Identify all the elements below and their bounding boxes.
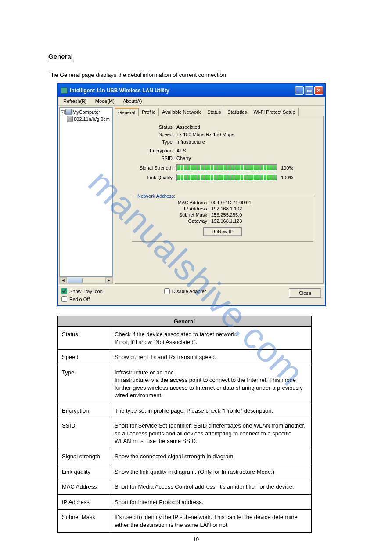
- minimize-icon: _: [298, 87, 301, 94]
- table-cell-value: Check if the device associated to target…: [110, 327, 312, 350]
- close-icon: ✕: [316, 87, 321, 94]
- table-row: Signal strengthShow the connected signal…: [58, 449, 312, 464]
- window-title: Intelligent 11n USB Wireless LAN Utility: [70, 87, 295, 94]
- page-number: 19: [0, 537, 392, 543]
- subnet-label: Subnet Mask:: [137, 212, 211, 218]
- table-cell-key: Link quality: [58, 464, 110, 479]
- speed-label: Speed:: [119, 132, 176, 137]
- doc-table: General StatusCheck if the device associ…: [57, 316, 312, 533]
- tab-profile[interactable]: Profile: [138, 108, 159, 116]
- table-cell-value: Short for Service Set Identifier. SSID d…: [110, 418, 312, 449]
- tree-root-label[interactable]: MyComputer: [72, 109, 100, 115]
- show-tray-checkbox[interactable]: Show Tray Icon: [61, 288, 103, 294]
- table-cell-value: Short for Internet Protocol address.: [110, 494, 312, 510]
- radio-off-label: Radio Off: [69, 297, 90, 302]
- table-cell-value: Short for Media Access Control address. …: [110, 479, 312, 495]
- radio-off-input[interactable]: [61, 296, 67, 302]
- signal-strength-bar: [176, 164, 277, 171]
- table-cell-value: It's used to identify the IP sub-network…: [110, 510, 312, 533]
- table-cell-value: The type set in profile page. Please che…: [110, 403, 312, 418]
- table-row: SSIDShort for Service Set Identifier. SS…: [58, 418, 312, 449]
- table-cell-key: Subnet Mask: [58, 510, 110, 533]
- app-icon: [61, 87, 67, 94]
- tab-status[interactable]: Status: [204, 108, 224, 116]
- show-tray-input[interactable]: [61, 288, 67, 294]
- disable-adapter-label: Disable Adapter: [172, 289, 206, 294]
- tree-toggle-icon[interactable]: -: [61, 110, 65, 114]
- tab-general[interactable]: General: [115, 108, 139, 116]
- link-quality-bar: [176, 174, 277, 181]
- table-cell-key: Status: [58, 327, 110, 350]
- tab-statistics[interactable]: Statistics: [224, 108, 250, 116]
- table-row: TypeInfrastructure or ad hoc.Infrastruct…: [58, 365, 312, 403]
- close-button[interactable]: Close: [289, 288, 321, 298]
- link-quality-label: Link Quality:: [119, 175, 176, 180]
- app-window: Intelligent 11n USB Wireless LAN Utility…: [57, 83, 326, 306]
- device-tree[interactable]: - MyComputer 802.11n/b/g 2cm: [59, 107, 113, 277]
- subnet-value: 255.255.255.0: [211, 212, 242, 218]
- mac-label: MAC Address:: [137, 200, 211, 205]
- disable-adapter-checkbox[interactable]: Disable Adapter: [164, 288, 284, 294]
- signal-strength-label: Signal Strength:: [119, 165, 176, 170]
- tab-wps[interactable]: Wi-Fi Protect Setup: [250, 108, 298, 116]
- tree-adapter-label[interactable]: 802.11n/b/g 2cm: [74, 116, 110, 122]
- network-address-group: Network Address: MAC Address:00:E0:4C:71…: [132, 196, 313, 242]
- radio-off-checkbox[interactable]: Radio Off: [61, 296, 103, 302]
- menu-refresh[interactable]: Refresh(R): [60, 98, 90, 105]
- table-cell-key: Encryption: [58, 403, 110, 418]
- maximize-icon: ▭: [307, 87, 312, 94]
- close-window-button[interactable]: ✕: [314, 86, 323, 95]
- table-cell-key: Signal strength: [58, 449, 110, 464]
- maximize-button[interactable]: ▭: [305, 86, 313, 95]
- titlebar[interactable]: Intelligent 11n USB Wireless LAN Utility…: [58, 84, 325, 97]
- tabstrip: General Profile Available Network Status…: [115, 107, 324, 116]
- menubar: Refresh(R) Mode(M) About(A): [58, 97, 325, 106]
- scroll-right-button[interactable]: ►: [105, 277, 112, 283]
- section-intro: The General page displays the detail inf…: [48, 72, 357, 78]
- type-value: Infrastructure: [176, 139, 205, 145]
- table-cell-value: Infrastructure or ad hoc.Infrastructure:…: [110, 365, 312, 403]
- minimize-button[interactable]: _: [295, 86, 304, 95]
- tree-scrollbar[interactable]: ◄ ►: [59, 277, 113, 284]
- table-row: Link qualityShow the link quality in dia…: [58, 464, 312, 479]
- signal-strength-percent: 100%: [281, 165, 293, 170]
- gateway-value: 192.168.1.123: [211, 218, 242, 224]
- mac-value: 00:E0:4C:71:00:01: [211, 200, 252, 205]
- doc-table-header: General: [58, 316, 312, 327]
- speed-value: Tx:150 Mbps Rx:150 Mbps: [176, 132, 234, 137]
- table-cell-key: MAC Address: [58, 479, 110, 495]
- table-cell-value: Show current Tx and Rx transmit speed.: [110, 350, 312, 365]
- link-quality-percent: 100%: [281, 175, 293, 180]
- table-row: IP AddressShort for Internet Protocol ad…: [58, 494, 312, 510]
- tab-available-network[interactable]: Available Network: [158, 108, 204, 116]
- renew-ip-button[interactable]: ReNew IP: [203, 227, 242, 236]
- type-label: Type:: [119, 139, 176, 145]
- scroll-left-button[interactable]: ◄: [60, 277, 67, 283]
- status-label: Status:: [119, 124, 176, 130]
- ip-label: IP Address:: [137, 206, 211, 211]
- adapter-icon: [67, 116, 73, 122]
- table-cell-key: Type: [58, 365, 110, 403]
- table-cell-value: Show the connected signal strength in di…: [110, 449, 312, 464]
- ip-value: 192.168.1.102: [211, 206, 242, 211]
- computer-icon: [65, 109, 72, 115]
- table-cell-key: SSID: [58, 418, 110, 449]
- bottom-bar: Show Tray Icon Radio Off Disable Adapter…: [58, 285, 325, 305]
- encryption-label: Encryption:: [119, 148, 176, 153]
- table-cell-value: Show the link quality in diagram. (Only …: [110, 464, 312, 479]
- encryption-value: AES: [176, 148, 186, 153]
- table-cell-key: Speed: [58, 350, 110, 365]
- ssid-label: SSID:: [119, 156, 176, 161]
- menu-about[interactable]: About(A): [119, 98, 145, 105]
- table-cell-key: IP Address: [58, 494, 110, 510]
- scroll-thumb[interactable]: [68, 278, 83, 283]
- table-row: Subnet MaskIt's used to identify the IP …: [58, 510, 312, 533]
- table-row: SpeedShow current Tx and Rx transmit spe…: [58, 350, 312, 365]
- table-row: MAC AddressShort for Media Access Contro…: [58, 479, 312, 495]
- show-tray-label: Show Tray Icon: [69, 289, 103, 294]
- network-address-legend: Network Address:: [136, 193, 177, 199]
- disable-adapter-input[interactable]: [164, 288, 170, 294]
- tab-content-general: Status:Associated Speed:Tx:150 Mbps Rx:1…: [115, 116, 324, 284]
- gateway-label: Gateway:: [137, 218, 211, 224]
- menu-mode[interactable]: Mode(M): [92, 98, 118, 105]
